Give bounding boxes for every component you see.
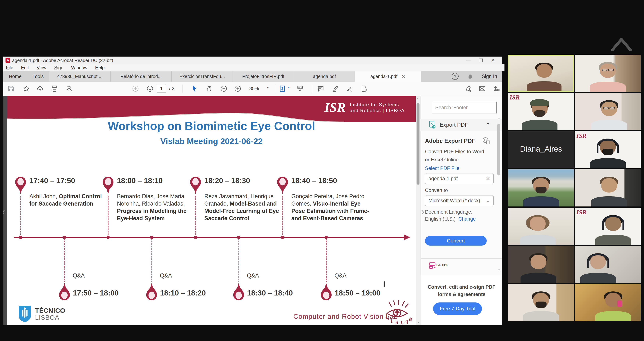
document-tab[interactable]: agenda-1.pdf✕ [355,71,421,82]
select-tool-icon[interactable] [191,85,198,92]
document-tab-label: agenda-1.pdf [370,74,397,79]
star-icon[interactable] [22,85,30,92]
previous-page-arrow[interactable]: ‹ [3,208,5,215]
participant-video-tile[interactable] [508,55,574,92]
document-tab[interactable]: agenda.pdf [294,71,355,82]
fill-sign-icon[interactable] [346,85,353,92]
participant-video-tile[interactable]: ISR [508,93,574,130]
document-tab-label: 473936_Manuscript.... [57,74,102,79]
participant-video-tile[interactable] [575,170,641,206]
search-input[interactable] [432,102,496,114]
read-mode-icon[interactable] [296,85,304,92]
zoom-dropdown-icon[interactable]: ▼ [266,86,270,90]
acrobat-app-icon: A [6,58,10,63]
minimize-button[interactable]: — [463,57,474,64]
menu-help[interactable]: Help [95,65,104,70]
gallery-collapse-icon[interactable] [610,35,633,54]
close-tab-icon[interactable]: ✕ [402,74,406,79]
print-icon[interactable] [51,85,58,92]
tools-panel: Export PDF ⌃ Adobe Export PDF Convert PD… [421,96,502,325]
share-cloud-icon[interactable] [36,85,44,92]
comment-icon[interactable] [317,85,324,92]
talk-time: 18:00 – 18:10 [117,176,163,185]
panel-scroll-up-icon[interactable]: ⌃ [496,118,501,122]
save-icon[interactable] [7,85,15,92]
participant-video-tile[interactable] [575,284,641,321]
restore-button[interactable] [475,57,486,64]
convert-button[interactable]: Convert [425,236,487,246]
change-language-link[interactable]: Change [458,216,476,222]
panel-scrollbar[interactable]: ⌃ ⌄ [496,118,501,272]
next-page-icon[interactable] [146,85,154,92]
participant-video-tile[interactable] [575,246,641,283]
menu-sign[interactable]: Sign [54,65,63,70]
participant-video-tile[interactable] [575,93,641,130]
format-dropdown[interactable]: Microsoft Word (*.docx) ⌄ [425,195,494,206]
panel-scroll-down-icon[interactable]: ⌄ [496,266,501,272]
find-icon[interactable] [66,85,73,92]
tecnico-lisboa-logo: TÉCNICOLISBOA [18,306,65,323]
previous-page-icon[interactable] [132,85,139,92]
participant-video-tile[interactable] [508,208,574,245]
section-collapse-icon[interactable]: ⌃ [486,122,490,128]
menu-edit[interactable]: Edit [21,65,29,70]
document-tab-label: ProjetoFiltrosFIR.pdf [242,74,284,79]
document-area: ISR Institute for Systemsand Robotics | … [3,96,502,325]
selected-file-box[interactable]: agenda-1.pdf ✕ [425,173,494,184]
share-link-icon[interactable] [465,85,472,92]
edit-tools-icon[interactable] [360,85,368,92]
participant-silhouette [530,62,559,91]
title-bar: A agenda-1.pdf - Adobe Acrobat Reader DC… [3,57,502,64]
document-tab[interactable]: Relatório de introd... [110,71,172,82]
page-number-input[interactable] [157,84,166,93]
timeline-dash [195,196,196,237]
participant-video-tile[interactable] [575,55,641,92]
close-button[interactable]: ✕ [487,57,498,64]
pdf-scrollbar-thumb[interactable] [416,103,420,185]
fit-page-icon[interactable] [279,85,286,92]
notifications-bell-icon[interactable] [467,73,473,80]
export-pdf-label: Export PDF [440,122,468,128]
participant-video-tile[interactable] [508,170,574,206]
hand-tool-icon[interactable] [206,85,213,92]
document-tab[interactable]: ProjetoFiltrosFIR.pdf [232,71,294,82]
qa-label: Q&A [160,272,172,279]
participant-video-tile[interactable]: ISR [575,131,641,168]
email-icon[interactable] [478,85,486,92]
panel-scrollbar-thumb[interactable] [497,124,500,176]
edit-pdf-section[interactable]: Edit PDF [428,261,448,270]
help-icon[interactable]: ? [452,73,458,80]
fit-dropdown-icon[interactable]: ▼ [288,86,290,89]
document-tab[interactable]: ExerciciosTransfFou... [172,71,232,82]
dropdown-chevron-icon: ⌄ [486,198,490,204]
document-tab[interactable]: 473936_Manuscript.... [49,71,110,82]
free-trial-button[interactable]: Free 7-Day Trial [433,302,482,315]
export-pdf-section[interactable]: Export PDF ⌃ [421,119,502,131]
highlight-icon[interactable] [332,85,339,92]
send-for-signature-icon[interactable] [492,85,500,92]
pdf-scrollbar[interactable]: ⌃ ⌄ [416,96,421,325]
tab-tools[interactable]: Tools [27,71,49,82]
scroll-up-icon[interactable]: ⌃ [416,97,421,102]
zoom-out-icon[interactable] [220,85,228,92]
participant-video-tile[interactable]: Diana_Aires [508,131,574,168]
select-pdf-file-link[interactable]: Select PDF File [425,166,460,171]
menu-window[interactable]: Window [71,65,88,70]
menu-file[interactable]: File [6,65,13,70]
scroll-down-icon[interactable]: ⌄ [416,319,421,324]
zoom-in-icon[interactable] [234,85,242,92]
participant-video-tile[interactable] [508,284,574,321]
qa-label: Q&A [247,272,259,279]
participant-silhouette [594,100,624,130]
convert-to-label: Convert to [425,188,448,193]
page-count-label: / 2 [169,86,174,92]
menu-view[interactable]: View [36,65,46,70]
tab-bar: HomeTools473936_Manuscript....Relatório … [3,71,502,82]
clear-file-icon[interactable]: ✕ [486,176,490,182]
sign-in-button[interactable]: Sign In [482,74,497,79]
participant-video-tile[interactable] [508,246,574,283]
panel-collapse-arrow[interactable]: › [421,208,424,215]
zoom-level-value[interactable]: 85% [249,86,259,92]
tab-home[interactable]: Home [3,71,27,82]
participant-video-tile[interactable]: ISR [575,208,641,245]
